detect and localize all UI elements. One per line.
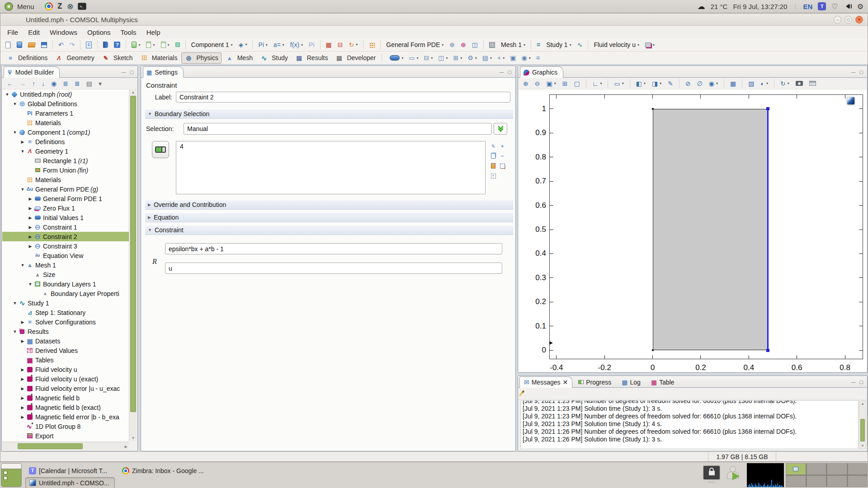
- hide-objects-button[interactable]: ⊘: [683, 79, 693, 88]
- tree-expander[interactable]: ▶: [19, 320, 26, 324]
- views-button[interactable]: ▤▾: [480, 53, 494, 62]
- tree-item-mesh-1[interactable]: ▼▲Mesh 1: [2, 260, 129, 270]
- import-table-button[interactable]: ▦: [324, 40, 334, 49]
- open-button[interactable]: [26, 41, 38, 49]
- panel-minimize-icon[interactable]: —: [122, 70, 126, 75]
- study-selector[interactable]: Study 1▾: [544, 40, 574, 50]
- ribbon-tab-materials[interactable]: Materials: [137, 52, 181, 64]
- network-monitor-graph[interactable]: [747, 463, 784, 487]
- menu-tools[interactable]: Tools: [116, 27, 142, 38]
- rotate-view-button[interactable]: ↻▾: [778, 79, 792, 88]
- close-button[interactable]: ✕: [855, 16, 863, 23]
- tree-expander[interactable]: ▼: [4, 92, 10, 97]
- tab-progress[interactable]: Progress: [574, 376, 616, 388]
- reset-desktop-button[interactable]: ▭▾: [406, 53, 420, 62]
- tree-item-study-1[interactable]: ▼∿Study 1: [2, 298, 129, 308]
- ribbon-tab-developer[interactable]: ▤Developer: [332, 52, 379, 64]
- box-selection-icon[interactable]: [500, 164, 505, 169]
- ribbon-tab-results[interactable]: ▤Results: [292, 52, 331, 64]
- keyboard-layout-indicator[interactable]: EN: [803, 3, 812, 10]
- tree-item-fluid-velocity-u[interactable]: ▶Fluid velocity u: [2, 365, 129, 374]
- layout-grid-button[interactable]: ⊞▾: [451, 53, 465, 62]
- window-list-applet[interactable]: [1, 463, 22, 487]
- workspace-switcher[interactable]: [786, 463, 868, 487]
- tree-item-fluid-velocity-u-exact[interactable]: ▶Fluid velocity u (exact): [2, 374, 129, 384]
- clock-label[interactable]: Fri 9 Jul, 13:27:20: [733, 3, 787, 10]
- tree-expander[interactable]: ▼: [12, 301, 18, 305]
- tree-item-tables[interactable]: ▦Tables: [2, 355, 129, 365]
- menu-options[interactable]: Options: [82, 27, 116, 38]
- create-selection-icon[interactable]: ∞: [490, 142, 497, 150]
- zimbra-launcher-icon[interactable]: Z: [57, 2, 63, 10]
- comsol-logo-button[interactable]: [847, 97, 855, 105]
- zoom-out-button[interactable]: ⊖: [533, 79, 542, 88]
- tree-expander[interactable]: ▼: [19, 187, 26, 192]
- section-boundary-selection[interactable]: ▼ Boundary Selection: [145, 109, 513, 119]
- ribbon-tab-physics[interactable]: ⊛Physics: [181, 52, 221, 64]
- workspace-cell-4[interactable]: [848, 463, 868, 475]
- tree-item-constraint-3[interactable]: ▶⊖Constraint 3: [2, 241, 129, 251]
- panel-maximize-icon[interactable]: ▢: [130, 70, 134, 75]
- model-tree-hscrollbar[interactable]: ◀ ▶: [2, 442, 129, 450]
- new-file-button[interactable]: [3, 40, 13, 50]
- weather-icon[interactable]: ☁: [698, 2, 705, 11]
- tree-expander[interactable]: ▶: [27, 197, 33, 201]
- layout-list-button[interactable]: ≡: [534, 53, 542, 62]
- tree-item-step-1-stationary[interactable]: ⊿Step 1: Stationary: [2, 308, 129, 317]
- add-multiphysics-button[interactable]: ⊛: [458, 40, 468, 49]
- chrome-launcher-icon[interactable]: [45, 2, 53, 10]
- show-button[interactable]: ◉: [49, 79, 59, 88]
- app-launcher-icon[interactable]: ⊗: [67, 2, 73, 11]
- tree-item-1d-plot-group-8[interactable]: ∿1D Plot Group 8: [2, 422, 129, 431]
- print-button[interactable]: [807, 80, 818, 87]
- selection-combo[interactable]: Manual: [184, 123, 492, 135]
- tree-item-solver-configurations[interactable]: ▶≡Solver Configurations: [2, 317, 129, 327]
- tree-expander[interactable]: ▶: [19, 396, 26, 400]
- physics-window-button[interactable]: ◫: [470, 40, 480, 49]
- method-call-button[interactable]: ▾: [144, 40, 157, 49]
- forward-button[interactable]: →: [17, 79, 28, 88]
- add-study-button[interactable]: ∿: [575, 40, 585, 49]
- add-component-button[interactable]: ◈▾: [236, 40, 250, 49]
- tree-expander[interactable]: ▶: [19, 405, 26, 410]
- windows-pill-button[interactable]: ▾: [387, 54, 406, 62]
- terminal-launcher-icon[interactable]: >_: [78, 3, 86, 10]
- zoom-box-button[interactable]: ▣▾: [544, 79, 558, 88]
- tree-expander[interactable]: ▶: [19, 377, 26, 381]
- plot-group-selector[interactable]: Fluid velocity u▾: [591, 40, 642, 50]
- model-tree-vscrollbar[interactable]: ▲ ▼: [129, 89, 137, 441]
- workspace-cell-7[interactable]: [827, 475, 847, 487]
- tree-item-magnetic-field-error-b-b-exa[interactable]: ▶Magnetic field error |b - b_exa: [2, 412, 129, 422]
- tree-item-magnetic-field-b-exact[interactable]: ▶Magnetic field b (exact): [2, 403, 129, 412]
- user-views-button[interactable]: ◉▾: [519, 53, 533, 62]
- geometry-rectangle[interactable]: [653, 109, 768, 350]
- camera-button[interactable]: [793, 80, 805, 87]
- vertex-handle[interactable]: [766, 107, 769, 110]
- workspace-cell-2[interactable]: [807, 463, 827, 475]
- save-button[interactable]: [39, 41, 49, 49]
- heart-tray-icon[interactable]: ♡: [831, 2, 838, 11]
- distro-menu-icon[interactable]: [5, 2, 13, 11]
- tree-item-rectangle-1[interactable]: Rectangle 1 (r1): [2, 156, 129, 165]
- tree-item-derived-values[interactable]: 8.85 e-12Derived Values: [2, 346, 129, 355]
- compute-button[interactable]: =: [534, 40, 542, 49]
- variables-button[interactable]: a=▾: [271, 40, 287, 50]
- tree-item-materials[interactable]: Materials: [2, 175, 129, 184]
- minimize-button[interactable]: —: [834, 16, 841, 23]
- add-window-button[interactable]: +▾: [495, 53, 507, 62]
- selected-boundary-edge[interactable]: [767, 109, 769, 350]
- parameter-case-button[interactable]: Pi: [307, 40, 316, 50]
- message-log[interactable]: [Jul 9, 2021 1:23 PM] Number of degrees …: [520, 400, 859, 449]
- settings-tab[interactable]: ▦ Settings: [143, 66, 184, 78]
- tree-item-fluid-velocity-error-u-u-exac[interactable]: ▶Fluid velocity error |u - u_exac: [2, 384, 129, 393]
- stop-method-button[interactable]: [173, 41, 182, 48]
- tree-expander[interactable]: ▶: [19, 386, 26, 391]
- expand-all-button[interactable]: ≣: [61, 79, 71, 88]
- lock-screen-icon[interactable]: [703, 465, 721, 480]
- maximize-button[interactable]: ▢: [844, 16, 852, 23]
- ribbon-tab-mesh[interactable]: ▲Mesh: [222, 52, 256, 64]
- tree-item-boundary-layers-1[interactable]: ▼Boundary Layers 1: [2, 279, 129, 289]
- copy-selection-icon[interactable]: [491, 153, 495, 159]
- mesh-icon-button[interactable]: [487, 41, 497, 49]
- tree-expander[interactable]: ▶: [27, 244, 33, 249]
